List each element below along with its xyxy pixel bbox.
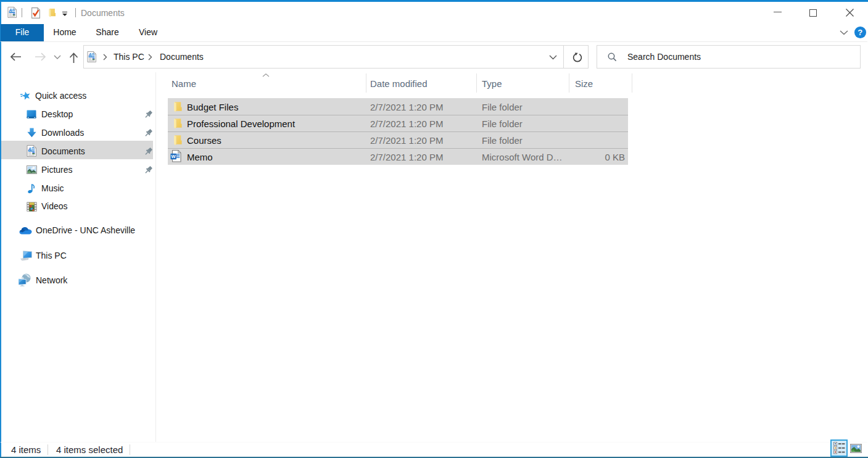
svg-text:W: W [172,154,176,159]
svg-text:A: A [8,8,12,12]
svg-text:A: A [88,52,91,57]
